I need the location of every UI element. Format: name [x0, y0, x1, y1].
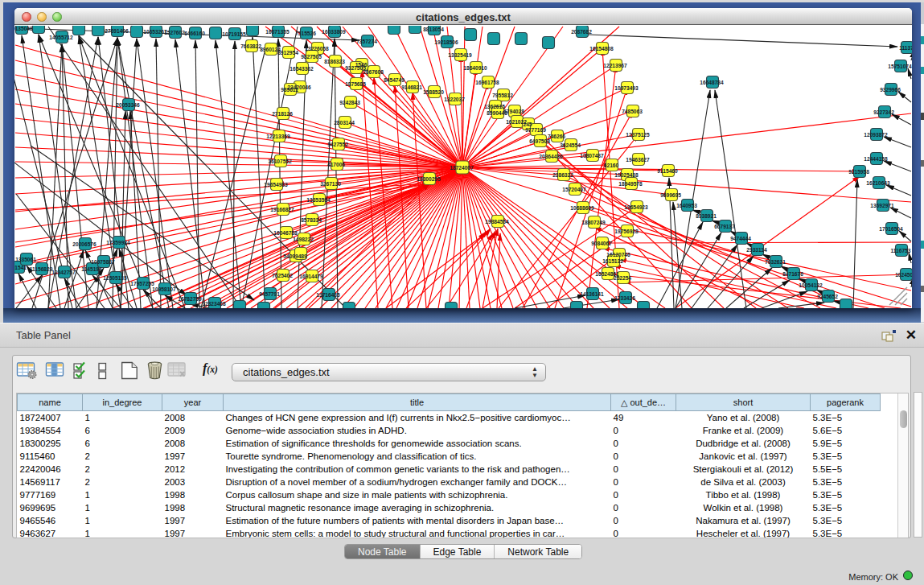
svg-text:2386322: 2386322 — [552, 172, 573, 178]
svg-text:27691406: 27691406 — [105, 28, 129, 34]
svg-text:2933114: 2933114 — [746, 247, 767, 253]
svg-text:16648784: 16648784 — [700, 80, 724, 85]
svg-text:8471676: 8471676 — [782, 271, 803, 277]
svg-text:9245652: 9245652 — [817, 294, 838, 299]
svg-text:10958107: 10958107 — [152, 286, 176, 292]
svg-text:1362615: 1362615 — [484, 104, 505, 109]
svg-text:2087682: 2087682 — [571, 29, 592, 35]
svg-text:1116753: 1116753 — [891, 248, 911, 253]
svg-text:9329966: 9329966 — [880, 87, 901, 93]
svg-text:16543362: 16543362 — [290, 66, 314, 72]
svg-text:16046788: 16046788 — [273, 230, 298, 236]
svg-text:12323468: 12323468 — [202, 301, 226, 307]
svg-text:13692971: 13692971 — [870, 203, 894, 208]
svg-text:1615132: 1615132 — [602, 258, 623, 264]
svg-text:1145194: 1145194 — [81, 266, 102, 272]
svg-text:9146821: 9146821 — [401, 84, 422, 90]
svg-text:6497508: 6497508 — [529, 138, 550, 144]
svg-text:19384554: 19384554 — [485, 219, 509, 225]
svg-text:12444158: 12444158 — [864, 156, 888, 162]
svg-text:17957255: 17957255 — [130, 281, 154, 286]
svg-text:18949578: 18949578 — [618, 181, 643, 187]
svg-text:16671355: 16671355 — [265, 29, 290, 35]
svg-text:391541: 391541 — [14, 265, 27, 270]
svg-text:10807487: 10807487 — [580, 153, 604, 159]
svg-text:16782759: 16782759 — [178, 296, 202, 302]
svg-text:1527602: 1527602 — [164, 30, 185, 35]
svg-text:7357274: 7357274 — [356, 39, 377, 44]
svg-text:19166827: 19166827 — [270, 207, 294, 212]
svg-text:9827505: 9827505 — [301, 54, 322, 60]
svg-text:12093872: 12093872 — [864, 132, 888, 138]
svg-text:1588520: 1588520 — [423, 89, 444, 95]
svg-text:7515526: 7515526 — [295, 31, 316, 36]
svg-text:9427552: 9427552 — [327, 142, 348, 147]
svg-text:7663822: 7663822 — [240, 43, 261, 49]
svg-text:2718126: 2718126 — [272, 111, 293, 117]
svg-text:2867608: 2867608 — [363, 69, 384, 75]
svg-text:9242843: 9242843 — [339, 100, 360, 105]
svg-text:1498222: 1498222 — [293, 237, 314, 242]
svg-text:1733426: 1733426 — [614, 295, 635, 301]
svg-text:1875685: 1875685 — [345, 81, 366, 87]
svg-text:3267130: 3267130 — [320, 181, 341, 187]
svg-text:12213967: 12213967 — [603, 63, 627, 68]
svg-text:14055712: 14055712 — [49, 35, 73, 40]
svg-text:15720407: 15720407 — [562, 187, 586, 192]
svg-text:19135048: 19135048 — [14, 26, 33, 31]
svg-text:19654923: 19654923 — [624, 204, 648, 210]
svg-text:16154808: 16154808 — [589, 46, 614, 51]
svg-text:16120746: 16120746 — [606, 252, 630, 257]
svg-text:8186323: 8186323 — [324, 59, 345, 64]
svg-text:989611: 989611 — [281, 87, 298, 93]
svg-text:417006: 417006 — [327, 162, 345, 167]
svg-text:1640953: 1640953 — [676, 203, 697, 208]
svg-text:16033809: 16033809 — [322, 29, 346, 35]
svg-text:9777169: 9777169 — [525, 127, 546, 133]
svg-text:18807249: 18807249 — [581, 220, 606, 225]
svg-text:16210643: 16210643 — [866, 180, 890, 186]
svg-text:19654983: 19654983 — [264, 182, 288, 187]
svg-text:16107552: 16107552 — [268, 159, 292, 164]
svg-text:7625402: 7625402 — [272, 273, 293, 278]
svg-text:8912954: 8912954 — [277, 50, 298, 56]
svg-text:18640910: 18640910 — [463, 65, 487, 71]
svg-text:1322037: 1322037 — [444, 97, 465, 102]
svg-text:10054122: 10054122 — [799, 282, 823, 288]
svg-text:13716485: 13716485 — [316, 292, 340, 298]
svg-text:17016504: 17016504 — [879, 226, 903, 232]
svg-text:12505135: 12505135 — [103, 275, 127, 281]
svg-text:15751074: 15751074 — [888, 64, 912, 69]
svg-text:10973493: 10973493 — [614, 85, 639, 91]
svg-text:7955812: 7955812 — [492, 93, 513, 98]
svg-text:16961758: 16961758 — [475, 80, 499, 85]
svg-text:13226058: 13226058 — [305, 46, 329, 51]
svg-text:17359934: 17359934 — [106, 240, 130, 245]
svg-text:9115460: 9115460 — [657, 168, 678, 174]
svg-text:9474444: 9474444 — [730, 236, 751, 241]
svg-text:20053346: 20053346 — [116, 102, 140, 108]
svg-text:1335061: 1335061 — [15, 257, 36, 262]
svg-text:10688609: 10688609 — [570, 205, 594, 211]
svg-text:12213369: 12213369 — [266, 134, 290, 139]
svg-text:54099489: 54099489 — [283, 253, 307, 259]
svg-text:19463627: 19463627 — [626, 157, 650, 163]
svg-text:8938921: 8938921 — [696, 213, 717, 219]
svg-text:11137: 11137 — [899, 45, 912, 51]
svg-text:18724007: 18724007 — [450, 165, 474, 171]
svg-text:12375125: 12375125 — [626, 132, 650, 138]
svg-text:1024503: 1024503 — [895, 272, 912, 278]
svg-text:8454749: 8454749 — [384, 77, 405, 83]
svg-text:9084067: 9084067 — [591, 241, 612, 246]
svg-text:10975887: 10975887 — [91, 259, 115, 265]
svg-text:12342757: 12342757 — [51, 270, 76, 275]
svg-text:14136141: 14136141 — [580, 291, 604, 297]
svg-text:18300295: 18300295 — [417, 176, 441, 182]
svg-text:6466160: 6466160 — [184, 31, 205, 36]
svg-text:245: 245 — [523, 122, 532, 127]
svg-text:10719155: 10719155 — [222, 31, 246, 37]
svg-text:62160: 62160 — [604, 163, 619, 168]
svg-text:19756928: 19756928 — [614, 229, 639, 234]
svg-text:13353594: 13353594 — [306, 197, 331, 203]
svg-text:6679137: 6679137 — [714, 224, 735, 229]
